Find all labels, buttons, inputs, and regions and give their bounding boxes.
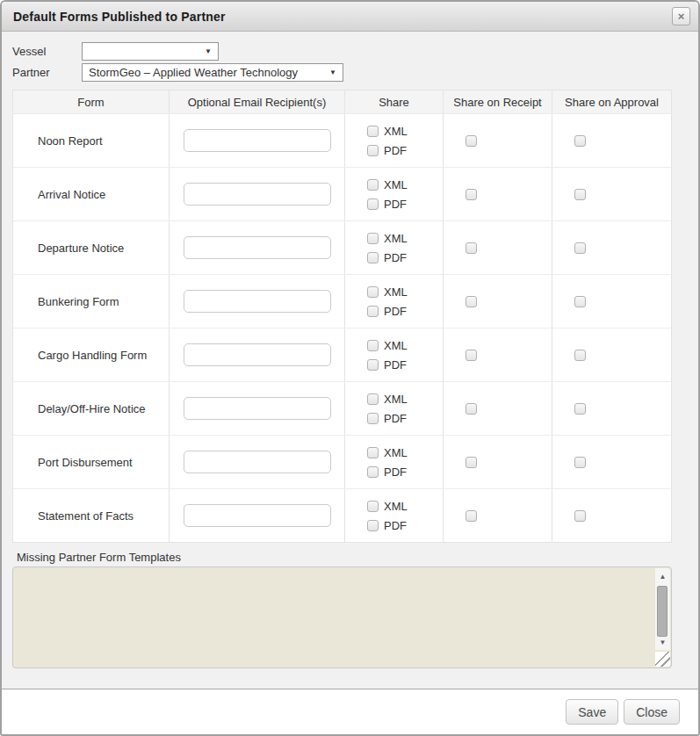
share-on-approval-checkbox[interactable] — [574, 189, 586, 200]
pdf-checkbox[interactable] — [367, 359, 379, 371]
share-on-approval-checkbox[interactable] — [574, 135, 586, 147]
pdf-label: PDF — [384, 305, 407, 318]
share-on-receipt-checkbox[interactable] — [465, 242, 477, 254]
share-on-receipt-checkbox[interactable] — [465, 403, 477, 415]
share-xml-option: XML — [367, 285, 408, 299]
share-pdf-option: PDF — [367, 465, 408, 479]
close-icon[interactable]: × — [672, 7, 690, 25]
share-on-approval-cell — [552, 275, 671, 328]
chevron-down-icon: ▼ — [205, 47, 212, 55]
resize-grip-icon[interactable] — [655, 652, 670, 667]
dialog-title: Default Forms Published to Partner — [13, 10, 226, 24]
scrollbar-thumb[interactable] — [657, 586, 668, 637]
share-on-receipt-checkbox[interactable] — [465, 296, 477, 307]
scrollbar[interactable]: ▲ ▼ — [655, 568, 670, 650]
email-recipients-input[interactable] — [184, 343, 331, 366]
form-name: Cargo Handling Form — [13, 328, 170, 381]
share-on-approval-checkbox[interactable] — [574, 242, 586, 254]
share-cell: XMLPDF — [345, 489, 444, 542]
share-xml-option: XML — [367, 339, 408, 352]
share-pdf-option: PDF — [367, 198, 408, 211]
share-on-receipt-cell — [444, 275, 552, 328]
save-button[interactable]: Save — [566, 699, 618, 725]
share-on-approval-cell — [552, 168, 671, 220]
partner-row: Partner StormGeo – Applied Weather Techn… — [12, 63, 698, 82]
vessel-select[interactable]: ▼ — [82, 42, 219, 61]
share-on-receipt-cell — [444, 382, 552, 435]
header-share-on-approval: Share on Approval — [552, 90, 671, 113]
pdf-label: PDF — [384, 519, 407, 532]
form-name: Departure Notice — [13, 221, 170, 274]
xml-label: XML — [384, 125, 408, 138]
xml-label: XML — [384, 500, 408, 513]
share-on-receipt-cell — [444, 328, 552, 381]
partner-select[interactable]: StormGeo – Applied Weather Technology ▼ — [82, 63, 343, 82]
email-recipients-input[interactable] — [184, 129, 331, 152]
share-pdf-option: PDF — [367, 412, 408, 425]
partner-select-value: StormGeo – Applied Weather Technology — [89, 66, 298, 79]
pdf-checkbox[interactable] — [367, 252, 379, 263]
close-button[interactable]: Close — [624, 699, 680, 725]
email-recipients-input[interactable] — [184, 290, 331, 313]
share-pdf-option: PDF — [367, 144, 408, 157]
missing-templates-textarea[interactable] — [12, 566, 672, 668]
share-on-receipt-checkbox[interactable] — [465, 189, 477, 200]
xml-checkbox[interactable] — [367, 233, 379, 244]
xml-checkbox[interactable] — [367, 501, 379, 512]
share-cell: XMLPDF — [345, 382, 444, 435]
email-recipients-input[interactable] — [184, 397, 331, 420]
share-on-receipt-checkbox[interactable] — [465, 350, 477, 361]
share-xml-option: XML — [367, 232, 408, 245]
forms-table-header: Form Optional Email Recipient(s) Share S… — [13, 90, 671, 113]
xml-checkbox[interactable] — [367, 393, 379, 405]
share-on-approval-checkbox[interactable] — [574, 457, 586, 468]
email-cell — [170, 168, 345, 220]
forms-table: Form Optional Email Recipient(s) Share S… — [12, 90, 672, 543]
share-on-approval-checkbox[interactable] — [574, 510, 586, 522]
email-recipients-input[interactable] — [184, 183, 331, 206]
dialog-body: Vessel ▼ Partner StormGeo – Applied Weat… — [2, 32, 698, 689]
table-row: Noon ReportXMLPDF — [13, 113, 671, 167]
xml-checkbox[interactable] — [367, 340, 379, 351]
email-recipients-input[interactable] — [184, 236, 331, 259]
share-on-receipt-cell — [444, 436, 552, 488]
pdf-checkbox[interactable] — [367, 145, 379, 156]
table-row: Arrival NoticeXMLPDF — [13, 167, 671, 220]
share-on-approval-checkbox[interactable] — [574, 350, 586, 361]
share-on-approval-cell — [552, 489, 671, 542]
pdf-label: PDF — [384, 251, 407, 264]
xml-checkbox[interactable] — [367, 447, 379, 458]
share-on-receipt-checkbox[interactable] — [465, 510, 477, 522]
xml-checkbox[interactable] — [367, 179, 379, 191]
pdf-checkbox[interactable] — [367, 413, 379, 424]
share-pdf-option: PDF — [367, 519, 408, 532]
share-on-receipt-checkbox[interactable] — [465, 135, 477, 147]
pdf-checkbox[interactable] — [367, 198, 379, 210]
scroll-down-icon[interactable]: ▼ — [655, 636, 670, 648]
xml-label: XML — [384, 446, 408, 459]
email-recipients-input[interactable] — [184, 451, 331, 473]
share-cell: XMLPDF — [345, 114, 444, 167]
form-name: Bunkering Form — [13, 275, 170, 328]
share-on-approval-checkbox[interactable] — [574, 403, 586, 415]
table-row: Cargo Handling FormXMLPDF — [13, 328, 671, 381]
missing-templates-label: Missing Partner Form Templates — [17, 551, 698, 564]
share-cell: XMLPDF — [345, 275, 444, 328]
scroll-up-icon[interactable]: ▲ — [655, 570, 670, 582]
share-xml-option: XML — [367, 393, 408, 406]
share-on-receipt-checkbox[interactable] — [465, 457, 477, 468]
share-cell: XMLPDF — [345, 221, 444, 274]
email-recipients-input[interactable] — [184, 504, 331, 527]
table-row: Departure NoticeXMLPDF — [13, 220, 671, 274]
xml-checkbox[interactable] — [367, 286, 379, 298]
pdf-checkbox[interactable] — [367, 466, 379, 478]
pdf-checkbox[interactable] — [367, 306, 379, 317]
xml-checkbox[interactable] — [367, 126, 379, 137]
pdf-checkbox[interactable] — [367, 520, 379, 531]
form-name: Arrival Notice — [13, 168, 170, 220]
share-on-approval-checkbox[interactable] — [574, 296, 586, 307]
share-pdf-option: PDF — [367, 251, 408, 264]
pdf-label: PDF — [384, 465, 407, 479]
vessel-label: Vessel — [12, 45, 82, 58]
share-cell: XMLPDF — [345, 328, 444, 381]
